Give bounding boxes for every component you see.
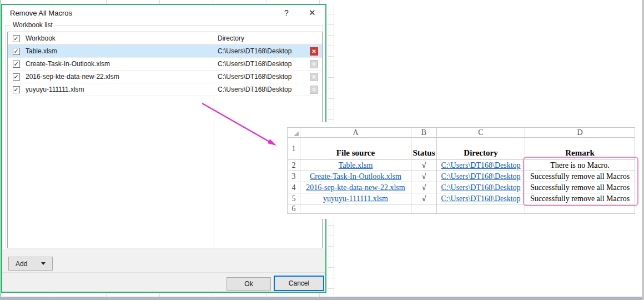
- add-button-label: Add: [16, 260, 27, 268]
- help-icon[interactable]: ?: [284, 8, 289, 17]
- select-all-checkbox[interactable]: ✓: [13, 35, 20, 42]
- column-header-b[interactable]: B: [411, 128, 437, 138]
- cell-c1: Directory: [437, 138, 525, 160]
- empty-cell: [525, 204, 635, 214]
- row-checkbox[interactable]: ✓: [13, 73, 20, 81]
- workbook-name: 2016-sep-kte-data-new-22.xlsm: [24, 73, 214, 81]
- row-checkbox[interactable]: ✓: [13, 86, 20, 93]
- directory-column-header: Directory: [214, 34, 322, 42]
- ok-button[interactable]: Ok: [227, 277, 271, 291]
- workbook-list-header-row: ✓ Workbook Directory: [8, 32, 322, 45]
- dialog-titlebar[interactable]: Remove All Macros ? ✕: [2, 5, 325, 22]
- workbook-name: Table.xlsm: [24, 47, 214, 55]
- dropdown-caret-icon: [41, 262, 46, 265]
- row-checkbox-cell: ✓: [8, 61, 24, 68]
- empty-cell: [300, 204, 411, 214]
- directory-link[interactable]: C:\Users\DT168\Desktop: [437, 193, 525, 204]
- column-header-d[interactable]: D: [525, 128, 635, 138]
- delete-cell: ✕: [310, 73, 322, 81]
- file-link[interactable]: 2016-sep-kte-data-new-22.xlsm: [300, 182, 411, 193]
- cell-d1: Remark: [525, 138, 635, 160]
- workbook-directory: C:\Users\DT168\Desktop: [214, 73, 310, 81]
- workbook-row[interactable]: ✓ Table.xlsm C:\Users\DT168\Desktop ✕: [8, 45, 322, 58]
- row-header[interactable]: 1: [288, 138, 300, 160]
- remove-file-button[interactable]: ✕: [310, 47, 318, 56]
- directory-link[interactable]: C:\Users\DT168\Desktop: [437, 182, 525, 193]
- file-link[interactable]: yuyuyu-111111.xlsm: [300, 193, 411, 204]
- workbook-directory: C:\Users\DT168\Desktop: [214, 60, 310, 68]
- worksheet-gridlines-top: [0, 0, 333, 4]
- cell-a1: File source: [300, 138, 411, 160]
- empty-cell: [437, 204, 525, 214]
- remove-file-button[interactable]: ✕: [310, 60, 318, 68]
- bottom-scrollbar[interactable]: [0, 297, 644, 300]
- remark-cell: Successfully remove all Macros: [525, 171, 635, 182]
- workbook-list: ✓ Workbook Directory ✓ Table.xlsm C:\Use…: [7, 32, 323, 248]
- workbook-column-header: Workbook: [24, 34, 214, 42]
- workbook-row[interactable]: ✓ Create-Task-In-Outlook.xlsm C:\Users\D…: [8, 58, 322, 71]
- workbook-name: yuyuyu-111111.xlsm: [24, 86, 214, 93]
- row-header[interactable]: 2: [288, 160, 300, 171]
- workbook-list-group-label: Workbook list: [10, 21, 56, 29]
- dialog-bottom-area: Add Ok Cancel: [2, 249, 325, 292]
- cell-b1: Status: [411, 138, 437, 160]
- empty-cell: [411, 204, 437, 214]
- directory-link[interactable]: C:\Users\DT168\Desktop: [437, 160, 525, 171]
- add-button[interactable]: Add: [8, 257, 53, 271]
- row-checkbox-cell: ✓: [8, 48, 24, 55]
- row-checkbox-cell: ✓: [8, 73, 24, 81]
- close-icon[interactable]: ✕: [309, 8, 316, 18]
- result-spreadsheet: A B C D 1 File source Status Directory R…: [287, 127, 635, 214]
- status-cell: √: [411, 182, 437, 193]
- row-checkbox[interactable]: ✓: [13, 48, 20, 55]
- file-link[interactable]: Table.xlsm: [300, 160, 411, 171]
- delete-cell: ✕: [310, 60, 322, 68]
- workbook-directory: C:\Users\DT168\Desktop: [214, 47, 310, 55]
- remove-file-button[interactable]: ✕: [310, 86, 318, 94]
- row-header[interactable]: 5: [288, 193, 300, 204]
- row-header[interactable]: 3: [288, 171, 300, 182]
- column-header-c[interactable]: C: [437, 128, 525, 138]
- remove-file-button[interactable]: ✕: [310, 73, 318, 81]
- row-header[interactable]: 6: [288, 204, 300, 214]
- delete-cell: ✕: [310, 86, 322, 94]
- row-checkbox[interactable]: ✓: [13, 61, 20, 68]
- screenshot-root: Remove All Macros ? ✕ Workbook list ✓ Wo…: [0, 0, 644, 300]
- dialog-title: Remove All Macros: [10, 9, 72, 17]
- delete-cell: ✕: [310, 47, 322, 56]
- directory-link[interactable]: C:\Users\DT168\Desktop: [437, 171, 525, 182]
- select-all-cell: ✓: [8, 35, 24, 42]
- status-cell: √: [411, 171, 437, 182]
- workbook-name: Create-Task-In-Outlook.xlsm: [24, 60, 214, 68]
- select-all-corner[interactable]: [288, 128, 300, 138]
- right-scrollbar[interactable]: [642, 0, 644, 300]
- remark-cell: Successfully remove all Macros: [525, 182, 635, 193]
- workbook-row[interactable]: ✓ yuyuyu-111111.xlsm C:\Users\DT168\Desk…: [8, 83, 322, 96]
- remove-all-macros-dialog: Remove All Macros ? ✕ Workbook list ✓ Wo…: [1, 4, 326, 293]
- column-header-a[interactable]: A: [300, 128, 411, 138]
- status-cell: √: [411, 160, 437, 171]
- workbook-row[interactable]: ✓ 2016-sep-kte-data-new-22.xlsm C:\Users…: [8, 71, 322, 83]
- dialog-footer: Ok Cancel: [2, 272, 325, 292]
- remark-cell: Successfully remove all Macros: [525, 193, 635, 204]
- cancel-button[interactable]: Cancel: [274, 276, 324, 291]
- remark-cell: There is no Macro.: [525, 160, 635, 171]
- status-cell: √: [411, 193, 437, 204]
- file-link[interactable]: Create-Task-In-Outlook.xlsm: [300, 171, 411, 182]
- row-checkbox-cell: ✓: [8, 86, 24, 93]
- workbook-directory: C:\Users\DT168\Desktop: [214, 86, 310, 93]
- row-header[interactable]: 4: [288, 182, 300, 193]
